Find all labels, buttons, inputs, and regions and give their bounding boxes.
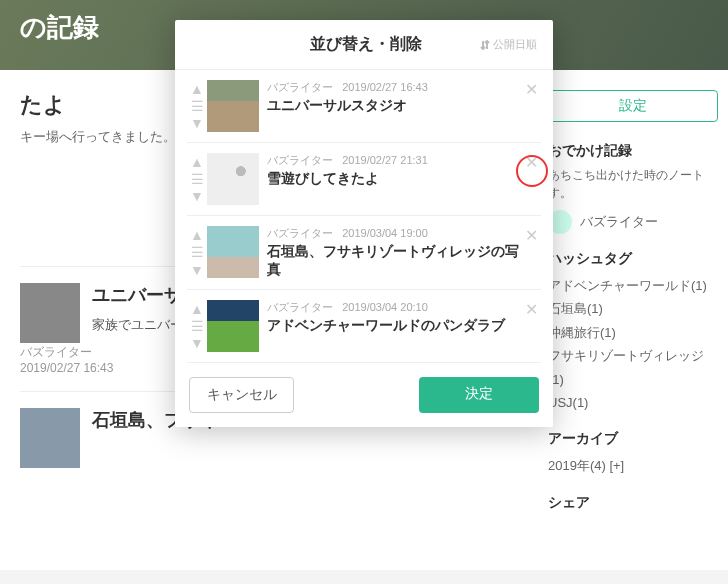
sort-delete-modal: 並び替え・削除 公開日順 ▲ ☰ ▼ バズライター 2019/02/27 16:…: [175, 20, 553, 427]
item-title: 雪遊びしてきたよ: [267, 170, 521, 188]
reorder-handles: ▲ ☰ ▼: [187, 300, 207, 352]
delete-item-button[interactable]: ✕: [521, 300, 541, 352]
item-body: バズライター 2019/03/04 19:00 石垣島、フサキリゾートヴィレッジ…: [267, 226, 521, 279]
close-icon: ✕: [525, 227, 538, 244]
delete-item-button[interactable]: ✕: [521, 226, 541, 279]
modal-body: ▲ ☰ ▼ バズライター 2019/02/27 16:43 ユニバーサルスタジオ…: [175, 70, 553, 363]
delete-item-button[interactable]: ✕: [521, 80, 541, 132]
reorder-handles: ▲ ☰ ▼: [187, 80, 207, 132]
item-date: 2019/02/27 16:43: [342, 81, 428, 93]
close-icon: ✕: [525, 154, 538, 171]
list-item: ▲ ☰ ▼ バズライター 2019/02/27 16:43 ユニバーサルスタジオ…: [187, 70, 541, 143]
drag-handle-icon[interactable]: ☰: [191, 99, 204, 113]
drag-handle-icon[interactable]: ☰: [191, 245, 204, 259]
drag-handle-icon[interactable]: ☰: [191, 172, 204, 186]
drag-handle-icon[interactable]: ☰: [191, 319, 204, 333]
item-body: バズライター 2019/02/27 21:31 雪遊びしてきたよ: [267, 153, 521, 205]
modal-overlay: 並び替え・削除 公開日順 ▲ ☰ ▼ バズライター 2019/02/27 16:…: [0, 0, 728, 584]
item-author: バズライター: [267, 154, 333, 166]
move-down-icon[interactable]: ▼: [190, 336, 204, 350]
reorder-handles: ▲ ☰ ▼: [187, 153, 207, 205]
modal-footer: キャンセル 決定: [175, 363, 553, 427]
item-body: バズライター 2019/02/27 16:43 ユニバーサルスタジオ: [267, 80, 521, 132]
ok-button[interactable]: 決定: [419, 377, 539, 413]
cancel-button[interactable]: キャンセル: [189, 377, 294, 413]
close-icon: ✕: [525, 301, 538, 318]
item-thumbnail: [207, 226, 259, 278]
item-title: アドベンチャーワールドのパンダラブ: [267, 317, 521, 335]
move-down-icon[interactable]: ▼: [190, 116, 204, 130]
modal-title: 並び替え・削除: [251, 34, 480, 55]
item-author: バズライター: [267, 81, 333, 93]
list-item: ▲ ☰ ▼ バズライター 2019/02/27 21:31 雪遊びしてきたよ ✕: [187, 143, 541, 216]
item-date: 2019/02/27 21:31: [342, 154, 428, 166]
move-up-icon[interactable]: ▲: [190, 155, 204, 169]
move-up-icon[interactable]: ▲: [190, 302, 204, 316]
move-up-icon[interactable]: ▲: [190, 228, 204, 242]
item-thumbnail: [207, 300, 259, 352]
item-thumbnail: [207, 80, 259, 132]
item-author: バズライター: [267, 227, 333, 239]
sort-label: 公開日順: [493, 37, 537, 52]
list-item: ▲ ☰ ▼ バズライター 2019/03/04 19:00 石垣島、フサキリゾー…: [187, 216, 541, 290]
item-date: 2019/03/04 20:10: [342, 301, 428, 313]
item-date: 2019/03/04 19:00: [342, 227, 428, 239]
item-body: バズライター 2019/03/04 20:10 アドベンチャーワールドのパンダラ…: [267, 300, 521, 352]
list-item: ▲ ☰ ▼ バズライター 2019/03/04 20:10 アドベンチャーワール…: [187, 290, 541, 363]
delete-item-button[interactable]: ✕: [521, 153, 541, 205]
close-icon: ✕: [525, 81, 538, 98]
sort-icon: [480, 40, 490, 50]
move-up-icon[interactable]: ▲: [190, 82, 204, 96]
item-author: バズライター: [267, 301, 333, 313]
modal-header: 並び替え・削除 公開日順: [175, 20, 553, 70]
move-down-icon[interactable]: ▼: [190, 189, 204, 203]
reorder-handles: ▲ ☰ ▼: [187, 226, 207, 279]
move-down-icon[interactable]: ▼: [190, 263, 204, 277]
item-title: 石垣島、フサキリゾートヴィレッジの写真: [267, 243, 521, 279]
sort-by-button[interactable]: 公開日順: [480, 37, 537, 52]
item-title: ユニバーサルスタジオ: [267, 97, 521, 115]
item-thumbnail: [207, 153, 259, 205]
